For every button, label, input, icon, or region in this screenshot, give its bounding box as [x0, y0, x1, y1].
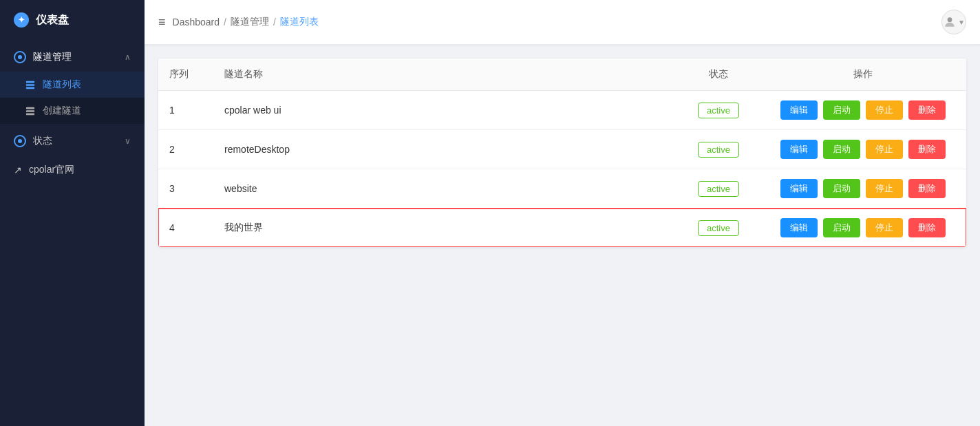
- sidebar-status[interactable]: 状态 ∨: [0, 127, 145, 156]
- header-left: ≡ Dashboard / 隧道管理 / 隧道列表: [158, 15, 319, 30]
- sidebar-logo-text: 仪表盘: [36, 13, 69, 28]
- status-badge-1: active: [698, 142, 739, 158]
- sidebar-official-label: cpolar官网: [29, 164, 74, 176]
- edit-button-3[interactable]: 编辑: [780, 218, 818, 237]
- sidebar-logo[interactable]: ✦ 仪表盘: [0, 0, 145, 40]
- chevron-up-icon: ∧: [125, 52, 131, 62]
- external-link-icon: ↗: [14, 164, 22, 175]
- table-row: 1 cpolar web ui active 编辑 启动 停止 删除: [158, 91, 966, 130]
- sidebar-tunnel-management[interactable]: 隧道管理 ∧: [0, 43, 145, 72]
- header: ≡ Dashboard / 隧道管理 / 隧道列表 ▼: [145, 0, 980, 45]
- delete-button-2[interactable]: 删除: [908, 179, 946, 198]
- sidebar-official-site[interactable]: ↗ cpolar官网: [0, 156, 145, 184]
- delete-button-3[interactable]: 删除: [908, 218, 946, 237]
- breadcrumb-current: 隧道列表: [280, 16, 319, 28]
- breadcrumb: Dashboard / 隧道管理 / 隧道列表: [173, 16, 319, 28]
- tunnel-management-icon: [14, 51, 26, 63]
- cell-seq-2: 3: [158, 169, 213, 209]
- sidebar-tunnel-section: 隧道管理 ∧ 隧道列表 创建隧道: [0, 40, 145, 127]
- svg-rect-5: [26, 114, 34, 116]
- stop-button-0[interactable]: 停止: [866, 100, 903, 120]
- sidebar-tunnel-list-label: 隧道列表: [43, 78, 81, 91]
- table-row: 2 remoteDesktop active 编辑 启动 停止 删除: [158, 130, 966, 169]
- edit-button-1[interactable]: 编辑: [780, 140, 818, 159]
- cell-seq-3: 4: [158, 209, 213, 248]
- cell-ops-2: 编辑 启动 停止 删除: [760, 169, 966, 209]
- stop-button-1[interactable]: 停止: [866, 140, 903, 159]
- sidebar-status-label: 状态: [33, 135, 52, 147]
- svg-point-6: [948, 17, 952, 22]
- cell-status-2: active: [677, 169, 760, 209]
- status-badge-3: active: [698, 220, 739, 236]
- start-button-3[interactable]: 启动: [823, 218, 860, 237]
- cell-status-3: active: [677, 209, 760, 248]
- cell-name-0: cpolar web ui: [213, 91, 677, 130]
- start-button-1[interactable]: 启动: [823, 140, 860, 159]
- avatar[interactable]: ▼: [941, 10, 966, 34]
- sidebar-item-tunnel-list[interactable]: 隧道列表: [0, 72, 145, 98]
- header-right: ▼: [941, 10, 966, 34]
- tunnel-table: 序列 隧道名称 状态 操作 1 cpolar web ui active 编辑 …: [158, 58, 966, 247]
- start-button-2[interactable]: 启动: [823, 179, 860, 198]
- breadcrumb-tunnel-mgmt[interactable]: 隧道管理: [231, 16, 269, 28]
- cell-status-0: active: [677, 91, 760, 130]
- svg-rect-0: [26, 81, 34, 83]
- svg-rect-3: [26, 107, 34, 109]
- stop-button-3[interactable]: 停止: [866, 218, 903, 237]
- status-badge-2: active: [698, 181, 739, 197]
- sidebar: ✦ 仪表盘 隧道管理 ∧ 隧道列表 创建隧道: [0, 0, 145, 426]
- cell-ops-3: 编辑 启动 停止 删除: [760, 209, 966, 248]
- col-header-status: 状态: [677, 58, 760, 91]
- status-badge-0: active: [698, 103, 739, 118]
- svg-rect-1: [26, 84, 34, 86]
- table-row: 4 我的世界 active 编辑 启动 停止 删除: [158, 209, 966, 248]
- sidebar-tunnel-management-label: 隧道管理: [33, 51, 72, 63]
- ops-group-0: 编辑 启动 停止 删除: [771, 100, 955, 120]
- delete-button-0[interactable]: 删除: [908, 100, 946, 120]
- col-header-ops: 操作: [760, 58, 966, 91]
- delete-button-1[interactable]: 删除: [908, 140, 946, 159]
- status-icon: [14, 135, 26, 147]
- tunnel-list-icon: [25, 79, 36, 90]
- breadcrumb-sep-2: /: [273, 17, 276, 28]
- ops-group-1: 编辑 启动 停止 删除: [771, 140, 955, 159]
- svg-rect-2: [26, 87, 34, 89]
- cell-name-3: 我的世界: [213, 209, 677, 248]
- dashboard-icon: ✦: [14, 12, 29, 28]
- cell-ops-0: 编辑 启动 停止 删除: [760, 91, 966, 130]
- edit-button-0[interactable]: 编辑: [780, 100, 818, 120]
- stop-button-2[interactable]: 停止: [866, 179, 903, 198]
- ops-group-2: 编辑 启动 停止 删除: [771, 179, 955, 198]
- cell-name-1: remoteDesktop: [213, 130, 677, 169]
- cell-status-1: active: [677, 130, 760, 169]
- table-card: 序列 隧道名称 状态 操作 1 cpolar web ui active 编辑 …: [158, 58, 966, 247]
- start-button-0[interactable]: 启动: [823, 100, 860, 120]
- sidebar-tunnel-submenu: 隧道列表 创建隧道: [0, 72, 145, 124]
- edit-button-2[interactable]: 编辑: [780, 179, 818, 198]
- create-tunnel-icon: [25, 105, 36, 116]
- table-header-row: 序列 隧道名称 状态 操作: [158, 58, 966, 91]
- main: ≡ Dashboard / 隧道管理 / 隧道列表 ▼: [145, 0, 980, 426]
- svg-rect-4: [26, 110, 34, 112]
- chevron-down-icon: ∨: [125, 136, 131, 146]
- col-header-seq: 序列: [158, 58, 213, 91]
- breadcrumb-dashboard[interactable]: Dashboard: [173, 17, 220, 28]
- cell-name-2: website: [213, 169, 677, 209]
- col-header-name: 隧道名称: [213, 58, 677, 91]
- ops-group-3: 编辑 启动 停止 删除: [771, 218, 955, 237]
- content: 序列 隧道名称 状态 操作 1 cpolar web ui active 编辑 …: [145, 45, 980, 426]
- cell-seq-0: 1: [158, 91, 213, 130]
- breadcrumb-sep-1: /: [224, 17, 226, 28]
- sidebar-item-create-tunnel[interactable]: 创建隧道: [0, 98, 145, 124]
- cell-seq-1: 2: [158, 130, 213, 169]
- sidebar-create-tunnel-label: 创建隧道: [43, 105, 81, 117]
- table-row: 3 website active 编辑 启动 停止 删除: [158, 169, 966, 209]
- menu-icon[interactable]: ≡: [158, 15, 166, 30]
- cell-ops-1: 编辑 启动 停止 删除: [760, 130, 966, 169]
